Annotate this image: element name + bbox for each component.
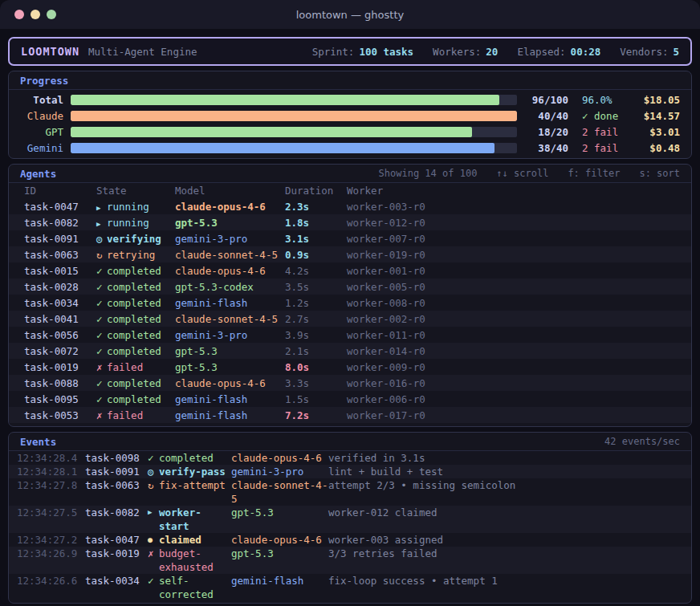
table-row[interactable]: task-0056 ✓completed gemini-3-pro 3.9s w… bbox=[9, 327, 691, 343]
events-panel: Events 42 events/sec 12:34:28.4 task-009… bbox=[8, 432, 692, 604]
table-row[interactable]: task-0041 ✓completed claude-sonnet-4-5 2… bbox=[9, 311, 691, 327]
event-time: 12:34:26.9 bbox=[17, 547, 85, 560]
events-panel-header: Events 42 events/sec bbox=[9, 433, 691, 451]
event-task-id: task-0063 bbox=[85, 478, 148, 492]
progress-bar-fill bbox=[71, 111, 517, 121]
progress-status: 2 fail bbox=[582, 126, 629, 138]
progress-bar-fill bbox=[71, 127, 472, 137]
progress-bar-fill bbox=[71, 95, 499, 105]
event-label: fix-attempt bbox=[159, 478, 231, 492]
event-row: 12:34:28.1 task-0091 ◎verify-pass gemini… bbox=[9, 465, 691, 478]
state-cell: ✓completed bbox=[96, 329, 175, 341]
worker-cell: worker-019-r0 bbox=[347, 249, 676, 261]
table-row[interactable]: task-0095 ✓completed gemini-flash 1.5s w… bbox=[9, 391, 691, 407]
panel-title-progress: Progress bbox=[20, 75, 68, 87]
model-cell: gemini-flash bbox=[175, 297, 285, 309]
event-model: claude-opus-4-6 bbox=[231, 533, 328, 547]
agents-panel: Agents Showing 14 of 100 ↑↓ scroll f: fi… bbox=[8, 164, 692, 427]
model-cell: gemini-flash bbox=[175, 393, 285, 405]
event-task-id: task-0091 bbox=[85, 465, 148, 478]
agents-panel-header: Agents Showing 14 of 100 ↑↓ scroll f: fi… bbox=[9, 165, 691, 183]
state-label: completed bbox=[107, 345, 161, 357]
progress-rows: Total 96/100 96.0% $18.05 Claude 40/40 ✓… bbox=[9, 90, 691, 158]
worker-cell: worker-008-r0 bbox=[347, 297, 676, 309]
check-icon: ✓ bbox=[96, 313, 107, 325]
state-label: verifying bbox=[107, 233, 161, 245]
progress-row-claude: Claude 40/40 ✓ done $14.57 bbox=[9, 108, 691, 124]
state-label: completed bbox=[107, 313, 161, 325]
state-cell: ✓completed bbox=[96, 281, 175, 293]
event-kind: ▶worker-start bbox=[148, 506, 231, 533]
progress-status: 2 fail bbox=[582, 142, 629, 154]
duration-cell: 3.9s bbox=[285, 329, 347, 341]
table-row[interactable]: task-0034 ✓completed gemini-flash 1.2s w… bbox=[9, 295, 691, 311]
column-worker: Worker bbox=[347, 185, 676, 197]
progress-row-total: Total 96/100 96.0% $18.05 bbox=[9, 92, 691, 108]
duration-cell: 4.2s bbox=[285, 265, 347, 277]
table-row[interactable]: task-0047 ▶running claude-opus-4-6 2.3s … bbox=[9, 198, 691, 214]
progress-cost: $0.48 bbox=[629, 142, 680, 154]
event-kind: ↻fix-attempt bbox=[148, 478, 231, 492]
event-time: 12:34:28.1 bbox=[17, 465, 85, 478]
table-row[interactable]: task-0091 ◎verifying gemini-3-pro 3.1s w… bbox=[9, 230, 691, 246]
event-task-id: task-0082 bbox=[85, 506, 148, 519]
table-row[interactable]: task-0088 ✓completed claude-opus-4-6 3.3… bbox=[9, 375, 691, 391]
window-title: loomtown — ghostty bbox=[0, 9, 700, 21]
app-window: loomtown — ghostty LOOMTOWN Multi-Agent … bbox=[0, 0, 700, 606]
event-model: gemini-3-pro bbox=[231, 465, 328, 478]
state-cell: ✗failed bbox=[96, 361, 175, 373]
table-header: ID State Model Duration Worker bbox=[9, 183, 691, 198]
task-id: task-0019 bbox=[24, 361, 96, 373]
maximize-button[interactable] bbox=[47, 10, 56, 19]
task-id: task-0056 bbox=[24, 329, 96, 341]
duration-cell: 1.8s bbox=[285, 217, 347, 229]
state-cell: ▶running bbox=[96, 201, 175, 213]
worker-cell: worker-003-r0 bbox=[347, 201, 676, 213]
event-time: 12:34:28.4 bbox=[17, 451, 85, 465]
event-detail: 3/3 retries failed bbox=[328, 547, 683, 560]
table-row[interactable]: task-0028 ✓completed gpt-5.3-codex 3.5s … bbox=[9, 279, 691, 295]
panel-title-agents: Agents bbox=[20, 168, 56, 180]
state-cell: ▶running bbox=[96, 217, 175, 229]
event-time: 12:34:27.2 bbox=[17, 533, 85, 547]
column-duration: Duration bbox=[285, 185, 347, 197]
event-detail: worker-012 claimed bbox=[328, 506, 683, 519]
table-row[interactable]: task-0015 ✓completed claude-opus-4-6 4.2… bbox=[9, 262, 691, 279]
event-row: 12:34:27.5 task-0082 ▶worker-start gpt-5… bbox=[9, 506, 691, 533]
model-cell: gpt-5.3 bbox=[175, 345, 285, 357]
event-label: self-corrected bbox=[159, 574, 231, 601]
close-button[interactable] bbox=[14, 10, 24, 19]
model-cell: claude-opus-4-6 bbox=[175, 201, 285, 213]
dot-icon: ● bbox=[148, 533, 155, 547]
model-cell: gemini-3-pro bbox=[175, 233, 285, 245]
table-row[interactable]: task-0053 ✗failed gemini-flash 7.2s work… bbox=[9, 407, 691, 423]
event-model: claude-opus-4-6 bbox=[231, 451, 328, 465]
task-id: task-0063 bbox=[24, 249, 96, 261]
progress-cost: $3.01 bbox=[629, 126, 680, 138]
duration-cell: 1.5s bbox=[285, 393, 347, 405]
state-label: completed bbox=[107, 265, 161, 277]
worker-cell: worker-012-r0 bbox=[347, 217, 676, 229]
event-time: 12:34:26.6 bbox=[17, 574, 85, 588]
table-row[interactable]: task-0072 ✓completed gpt-5.3 2.1s worker… bbox=[9, 343, 691, 359]
worker-cell: worker-007-r0 bbox=[347, 233, 676, 245]
model-cell: gpt-5.3 bbox=[175, 217, 285, 229]
state-label: running bbox=[107, 201, 149, 213]
duration-cell: 3.5s bbox=[285, 281, 347, 293]
event-kind: ✗budget-exhausted bbox=[148, 547, 231, 574]
table-row[interactable]: task-0063 ↻retrying claude-sonnet-4-5 0.… bbox=[9, 246, 691, 262]
worker-cell: worker-011-r0 bbox=[347, 329, 676, 341]
check-icon: ✓ bbox=[96, 329, 107, 341]
progress-row-gemini: Gemini 38/40 2 fail $0.48 bbox=[9, 140, 691, 156]
agents-meta: Showing 14 of 100 ↑↓ scroll f: filter s:… bbox=[379, 168, 680, 179]
table-row[interactable]: task-0082 ▶running gpt-5.3 1.8s worker-0… bbox=[9, 214, 691, 230]
table-row[interactable]: task-0019 ✗failed gpt-5.3 8.0s worker-00… bbox=[9, 359, 691, 375]
events-list[interactable]: 12:34:28.4 task-0098 ✓completed claude-o… bbox=[9, 451, 691, 603]
state-label: retrying bbox=[107, 249, 155, 261]
progress-panel: Progress Total 96/100 96.0% $18.05 Claud… bbox=[8, 71, 692, 159]
agents-table-body[interactable]: task-0047 ▶running claude-opus-4-6 2.3s … bbox=[9, 198, 691, 426]
minimize-button[interactable] bbox=[31, 10, 40, 19]
play-icon: ▶ bbox=[96, 220, 107, 228]
state-cell: ✓completed bbox=[96, 265, 175, 277]
state-label: failed bbox=[107, 361, 143, 373]
